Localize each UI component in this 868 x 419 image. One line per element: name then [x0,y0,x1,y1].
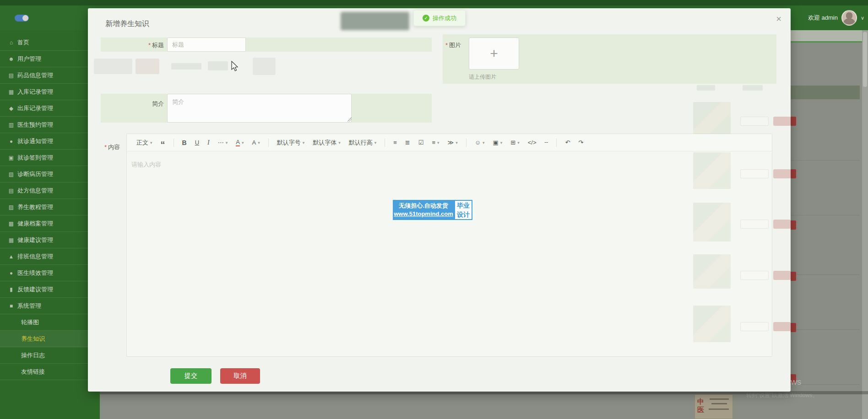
sidebar-subitem-operation-log[interactable]: 操作日志 [0,347,100,364]
paragraph-style-button[interactable]: 正文▾ [136,139,152,147]
submit-button[interactable]: 提交 [170,368,212,384]
watermark-line1: 无须担心.自动发货 [393,202,454,210]
divider-line-button[interactable]: ╌ [545,139,548,146]
watermark-badge-bottom: 设计 [455,210,472,219]
health-archive-mgmt-icon: ▩ [7,216,15,232]
emoji-icon: ☺ [475,139,481,146]
title-field-label: *标题 [101,41,164,49]
ghost-text [171,63,201,70]
background-delete-button-stub [791,169,796,178]
ghost-delete-button [773,169,791,178]
todo-list-button[interactable]: ☑ [418,139,424,146]
caret-down-icon: ▾ [456,140,458,145]
welcome-text: 欢迎 admin [808,14,838,22]
watermark-badge: 毕业 设计 [454,200,472,220]
visit-notice-mgmt-icon: ● [7,134,15,150]
image-upload-box[interactable]: + [469,38,519,70]
sidebar-item-drug-info-mgmt[interactable]: ▤药品信息管理 [0,67,100,84]
scrollbar-thumb[interactable] [863,32,867,87]
sidebar-item-user-mgmt[interactable]: ☻用户管理 [0,51,100,67]
sidebar-item-diagnosis-record-mgmt[interactable]: ▧诊断病历管理 [0,166,100,183]
more-styles-button[interactable]: ⋯▾ [218,139,228,146]
background-herb-image: 中医 [694,394,733,419]
image-field-label: *图片 [445,41,461,49]
caret-down-icon: ▾ [517,140,520,145]
watermark-url: www.51topmind.com [393,210,454,218]
caret-down-icon: ▾ [374,140,377,145]
undo-button[interactable]: ↶ [565,139,570,146]
sidebar-item-label: 健康建议管理 [17,236,53,243]
avatar[interactable] [841,10,857,26]
sidebar-item-home[interactable]: ⌂首页 [0,34,100,51]
ordered-list-icon: ≣ [405,139,410,146]
font-size-button[interactable]: 默认字号▾ [277,139,305,147]
herb-image-stroke [709,408,729,410]
editor-content-area[interactable]: 请输入内容 [127,151,772,357]
sidebar-item-feedback-advice-mgmt[interactable]: ▮反馈建议管理 [0,281,100,298]
toolbar-divider [466,139,467,147]
redo-button[interactable]: ↷ [578,139,583,146]
sidebar-item-label: 药品信息管理 [17,72,53,79]
underline-button[interactable]: U [195,139,199,146]
inbound-record-mgmt-icon: ▦ [7,84,15,100]
sidebar-item-health-course-mgmt[interactable]: ▨养生教程管理 [0,199,100,215]
sidebar-item-outbound-record-mgmt[interactable]: ◆出库记录管理 [0,100,100,117]
sidebar-item-health-archive-mgmt[interactable]: ▩健康档案管理 [0,215,100,232]
cancel-button[interactable]: 取消 [220,368,260,384]
sidebar-item-health-advice-mgmt[interactable]: ▦健康建议管理 [0,232,100,248]
schedule-info-mgmt-icon: ▲ [7,249,15,265]
toolbar-divider [174,139,174,147]
font-color-icon: A [236,139,240,146]
font-family-button[interactable]: 默认字体▾ [313,139,341,147]
caret-down-icon: ▾ [500,140,503,145]
blockquote-button[interactable]: “ [161,139,165,147]
close-icon[interactable]: × [774,14,784,24]
sidebar-subitem-carousel[interactable]: 轮播图 [0,314,100,331]
success-toast: ✓ 操作成功 [413,10,466,26]
sidebar-item-system-mgmt[interactable]: ■系统管理 [0,298,100,314]
ghost-delete-button [773,117,791,126]
intro-textarea[interactable] [167,94,352,123]
font-family-icon: 默认字体 [313,139,336,147]
modal-bottom-shadow [100,391,868,394]
sidebar-item-visit-checkin-mgmt[interactable]: ▣就诊签到管理 [0,150,100,166]
table-button[interactable]: ⊞▾ [510,139,519,146]
italic-button[interactable]: I [207,139,210,146]
bullet-list-button[interactable]: ≡ [393,139,397,146]
line-height-icon: 默认行高 [349,139,373,147]
chevron-down-icon[interactable]: ∨ [861,15,864,21]
bg-color-button[interactable]: A▾ [252,139,260,146]
sidebar-item-label: 诊断病历管理 [17,171,53,177]
sidebar-subitem-friend-links[interactable]: 友情链接 [0,364,100,380]
bg-color-icon: A [252,139,256,146]
sidebar-item-doctor-performance-mgmt[interactable]: ●医生绩效管理 [0,265,100,281]
image-button[interactable]: ▣▾ [493,139,502,146]
background-delete-button-stub [791,272,796,281]
sidebar-subitem-health-knowledge[interactable]: 养生知识 [0,331,100,347]
content-field-label: *内容 [104,143,120,151]
emoji-button[interactable]: ☺▾ [475,139,485,146]
undo-icon: ↶ [565,139,570,146]
font-color-button[interactable]: A▾ [236,139,244,146]
ghost-button [253,58,276,75]
sidebar-item-label: 处方信息管理 [17,187,53,194]
sidebar-item-prescription-info-mgmt[interactable]: ▤处方信息管理 [0,183,100,199]
sidebar-item-doctor-appointment-mgmt[interactable]: ▥医生预约管理 [0,117,100,133]
sidebar-item-label: 用户管理 [17,55,41,62]
sidebar-item-inbound-record-mgmt[interactable]: ▦入库记录管理 [0,84,100,100]
indent-button[interactable]: ≫▾ [448,139,458,146]
title-input[interactable] [167,38,246,52]
scrollbar-track[interactable] [862,30,868,419]
line-height-button[interactable]: 默认行高▾ [349,139,377,147]
sidebar-item-schedule-info-mgmt[interactable]: ▲排班信息管理 [0,248,100,265]
intro-field-label: 简介 [101,100,164,108]
underline-icon: U [195,139,199,146]
bold-button[interactable]: B [182,139,187,146]
align-button[interactable]: ≡▾ [432,139,439,146]
font-size-icon: 默认字号 [277,139,301,147]
ordered-list-button[interactable]: ≣ [405,139,410,146]
sidebar-item-visit-notice-mgmt[interactable]: ●就诊通知管理 [0,133,100,150]
outbound-record-mgmt-icon: ◆ [7,101,15,117]
sidebar-collapse-toggle[interactable] [15,15,29,21]
code-block-button[interactable]: </> [528,139,537,146]
